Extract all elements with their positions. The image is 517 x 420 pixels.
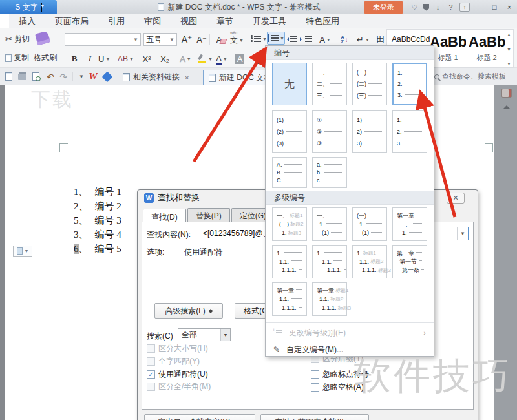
copy-button[interactable]: 复制 [5,52,29,63]
ribbon-tab-视图[interactable]: 视图 [171,14,207,28]
multilevel-tile[interactable]: (一)1.(1) [352,207,387,241]
multilevel-tile[interactable]: 一、标题1(一)标题21.标题3 [272,207,307,241]
doc-tab-1[interactable]: 相关资料链接× [118,70,194,85]
numbering-tile[interactable]: 1)2)3) [352,110,387,153]
paste-options-button[interactable]: ▼ [13,246,32,257]
list-item[interactable]: 5、编号 3 [74,213,121,227]
numbering-tile[interactable]: ①②③ [312,110,347,153]
docer-cube-icon[interactable] [102,72,112,81]
format-painter-button[interactable]: 格式刷 [34,52,57,63]
style-item-1[interactable]: AaBbC标题 1 [430,31,466,67]
chevron-down-icon[interactable]: ▼ [457,227,465,240]
search-scope-combo[interactable]: 全部▼ [178,328,231,341]
ribbon-tab-开发工具[interactable]: 开发工具 [243,14,296,28]
align-left-button[interactable] [253,54,265,67]
underline-button[interactable]: U▼ [98,52,110,65]
close-button[interactable]: × [504,3,514,11]
multilevel-tile[interactable]: 一、1.(1) [312,207,347,241]
numbering-tile[interactable]: (一)(二)(三) [352,63,387,105]
advanced-search-button[interactable]: 高级搜索(L) [154,303,223,319]
customize-toolbar-icon[interactable]: ▼ [76,72,87,81]
subscript-button[interactable]: X₂ [159,52,171,65]
wps-w-icon[interactable]: W [88,72,98,81]
gallery-more-icon[interactable]: ▼ [507,61,511,66]
feedback-heart-icon[interactable]: ♡ [410,3,419,12]
multilevel-tile[interactable]: 1.标题11.1.标题21.1.1.标题3 [352,245,387,278]
multilevel-tile[interactable]: 1.1.1.1.1.1. [312,245,347,278]
paragraph-tools-button[interactable]: ↵▼ [357,33,370,46]
numbering-tile[interactable]: a.b.c. [312,157,347,188]
redo-icon[interactable]: ↷ [58,72,69,81]
print-preview-icon[interactable] [30,72,41,81]
increase-font-button[interactable]: A⁺ [181,33,193,46]
char-shading-button[interactable]: A [234,52,246,65]
checkbox-区分全/半角(M)[interactable]: 区分全/半角(M) [147,381,211,392]
shield-icon[interactable] [423,4,429,11]
clear-format-button[interactable]: A [213,33,225,46]
decrease-indent-button[interactable] [287,32,299,45]
numbering-tile[interactable]: A.B.C. [272,157,307,188]
cut-button[interactable]: ✂剪切 [5,34,30,45]
char-scale-button[interactable]: A▼ [319,33,331,46]
increase-indent-button[interactable] [302,32,314,45]
checkbox-全字匹配(Y)[interactable]: 全字匹配(Y) [147,356,200,367]
close-tab-icon[interactable]: × [185,74,189,81]
multilevel-tile[interactable]: 1.1.1.1.1.1. [272,245,307,278]
scroll-up-icon[interactable]: ▲ [507,32,511,37]
collapse-ribbon-icon[interactable]: ↑ [459,3,470,12]
numbered-list-button[interactable]: ▼ [267,32,285,45]
ribbon-tab-审阅[interactable]: 审阅 [134,14,171,28]
superscript-button[interactable]: X² [141,52,153,65]
grid-border-button[interactable]: 田 [375,33,386,46]
ribbon-tab-页面布局[interactable]: 页面布局 [45,14,98,28]
doc-roaming-icon[interactable] [501,89,512,98]
ribbon-tab-引用[interactable]: 引用 [98,14,134,28]
sort-button[interactable]: AZ↓ [339,33,350,46]
numbering-tile[interactable]: 1.2.3. [392,110,427,153]
multilevel-tile[interactable]: 第一章第一节第一条 [392,245,427,278]
numbering-tile[interactable]: 1.2.3. [392,63,427,105]
style-item-2[interactable]: AaBbC标题 2 [469,31,505,67]
bottom-button-1[interactable]: 突出显示查找内容(R)▼ [144,414,255,420]
decrease-font-button[interactable]: A⁻ [196,33,207,46]
undo-icon[interactable]: ↶ [45,72,56,81]
highlight-color-button[interactable]: ▼ [198,52,213,65]
styles-gallery-scroll[interactable]: ▲▼▼ [505,31,512,67]
italic-button[interactable]: I [84,52,96,65]
bottom-button-2[interactable]: 在以下范围内查找(I)▼ [260,414,369,420]
list-item[interactable]: 1、编号 1 [74,185,121,199]
list-item[interactable]: 3、编号 4 [74,227,121,242]
minimize-button[interactable]: — [474,3,485,11]
list-item[interactable]: 2、编号 2 [74,199,121,213]
strikethrough-button[interactable]: AB▼ [118,52,134,65]
save-icon[interactable] [3,72,14,81]
scroll-down-icon[interactable]: ▼ [507,47,511,52]
update-icon[interactable]: ↓ [434,3,442,11]
phonetic-guide-button[interactable]: 文▼ [230,34,244,47]
multilevel-tile[interactable]: 第一章1.1.1.1.1. [272,282,307,316]
dialog-close-button[interactable]: ✕ [447,193,465,204]
numbering-tile-none[interactable]: 无 [272,63,307,105]
help-icon[interactable]: ? [447,3,455,11]
font-size-combo[interactable]: 五号▼ [143,33,177,46]
style-body-preview[interactable]: AaBbCcDd [392,35,430,44]
scroll-up-arrow-icon[interactable] [503,102,510,109]
bold-button[interactable]: B [69,52,80,65]
command-search-input[interactable]: 查找命令、搜索模板 [429,70,512,83]
wps-menu-button[interactable]: S 文字 ▾ [0,0,57,14]
checkbox-区分大小写(H)[interactable]: 区分大小写(H) [147,343,208,354]
checkbox-使用通配符(U)[interactable]: ✓使用通配符(U) [147,369,208,380]
multilevel-tile[interactable]: 第一章一、1. [392,207,427,241]
font-name-combo[interactable]: ▼ [65,33,141,46]
print-icon[interactable] [17,72,27,81]
font-color-button[interactable]: A▼ [216,52,227,65]
tab-home-partial[interactable] [0,14,9,28]
ribbon-tab-特色应用[interactable]: 特色应用 [296,14,349,28]
login-button[interactable]: 未登录 [364,1,403,14]
maximize-button[interactable]: □ [489,3,500,11]
list-item[interactable]: 6、编号 5 [74,242,121,256]
ribbon-tab-章节[interactable]: 章节 [207,14,243,28]
bullet-list-button[interactable]: ▼ [251,32,267,45]
numbering-tile[interactable]: (1)(2)(3) [272,110,307,153]
text-effects-button[interactable]: A▼ [180,52,191,65]
